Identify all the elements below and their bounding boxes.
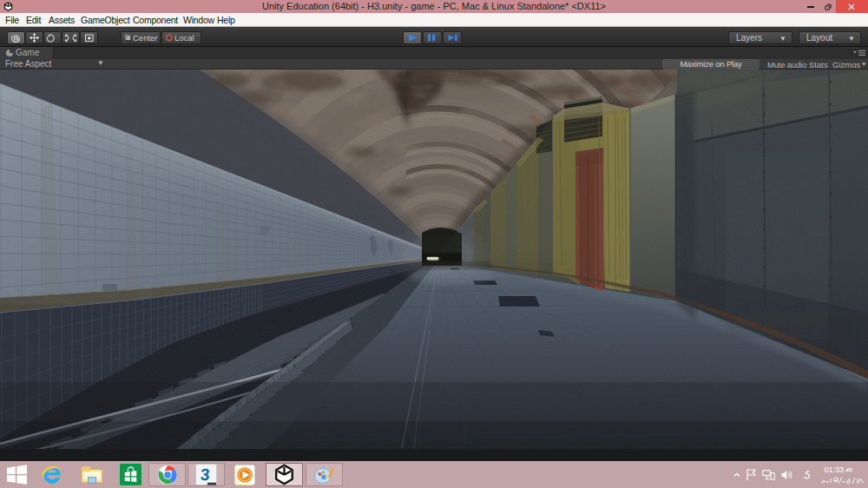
svg-text:Center: Center xyxy=(133,33,158,43)
svg-text:Local: Local xyxy=(174,33,194,43)
svg-text:3: 3 xyxy=(200,465,210,484)
svg-text:01:33: 01:33 xyxy=(824,465,844,474)
